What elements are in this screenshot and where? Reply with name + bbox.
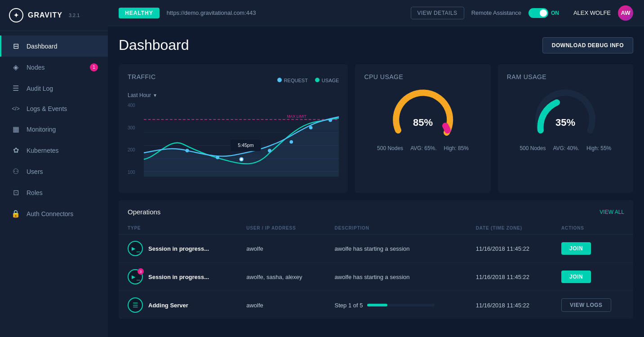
avatar[interactable]: AW xyxy=(618,5,633,21)
table-row: ☰ Adding Server awolfe Step 1 of 5 11/16… xyxy=(119,291,633,319)
sidebar-item-label: Dashboard xyxy=(27,43,58,50)
operations-card: Operations VIEW ALL TYPE USER / IP ADDRE… xyxy=(119,200,633,319)
topbar-url: https://demo.gravitational.com:443 xyxy=(167,9,404,16)
ram-gauge: 35% 500 Nodes AVG: 40%. High: 55% xyxy=(507,88,624,151)
roles-icon: ⊡ xyxy=(11,188,20,197)
status-badge: HEALTHY xyxy=(119,8,160,18)
col-type: TYPE xyxy=(119,222,237,235)
ram-stats: 500 Nodes AVG: 40%. High: 55% xyxy=(520,145,611,151)
sidebar-item-monitoring[interactable]: ▦ Monitoring xyxy=(0,119,108,140)
cpu-avg: AVG: 65%. xyxy=(410,145,436,151)
user-name: ALEX WOLFE xyxy=(573,9,611,16)
col-description: DESCRIPTION xyxy=(326,222,467,235)
ram-avg: AVG: 40%. xyxy=(553,145,579,151)
ram-gauge-svg: 35% xyxy=(532,88,599,142)
chart-y-labels: 400 300 200 100 xyxy=(128,103,135,175)
svg-point-11 xyxy=(329,119,332,122)
col-date: DATE (TIME ZONE) xyxy=(467,222,552,235)
svg-point-5 xyxy=(186,149,189,152)
y-label-400: 400 xyxy=(128,103,135,108)
badge: 3 xyxy=(138,268,144,275)
download-debug-button[interactable]: DOWNLOAD DEBUG INFO xyxy=(542,37,633,53)
auth-connectors-icon: 🔒 xyxy=(11,209,20,218)
join-button[interactable]: JOIN xyxy=(561,270,591,283)
date-cell: 11/16/2018 11:45:22 xyxy=(467,291,552,319)
sidebar-item-audit-log[interactable]: ☰ Audit Log xyxy=(0,78,108,99)
sidebar-item-roles[interactable]: ⊡ Roles xyxy=(0,182,108,203)
traffic-filter-dropdown[interactable]: Last Hour ▾ xyxy=(128,92,339,98)
col-actions: ACTIONS xyxy=(552,222,633,235)
toggle-switch[interactable] xyxy=(529,8,548,18)
sidebar-item-nodes[interactable]: ◈ Nodes 1 xyxy=(0,57,108,78)
cpu-nodes: 500 Nodes xyxy=(377,145,403,151)
chevron-down-icon: ▾ xyxy=(154,92,156,98)
topbar: HEALTHY https://demo.gravitational.com:4… xyxy=(108,0,644,26)
server-symbol: ☰ xyxy=(133,302,138,309)
kubernetes-icon: ✿ xyxy=(11,146,20,155)
date-cell: 11/16/2018 11:45:22 xyxy=(467,263,552,291)
svg-point-8 xyxy=(268,149,271,152)
server-icon: ☰ xyxy=(128,297,143,313)
ram-high: High: 55% xyxy=(586,145,611,151)
action-cell: VIEW LOGS xyxy=(552,291,633,319)
page-area: Dashboard DOWNLOAD DEBUG INFO Traffic RE… xyxy=(108,26,644,337)
audit-log-icon: ☰ xyxy=(11,84,20,93)
sidebar-item-label: Roles xyxy=(27,189,43,196)
action-cell: JOIN xyxy=(552,235,633,263)
progress-bar-fill xyxy=(367,304,387,306)
logs-button[interactable]: VIEW LOGS xyxy=(561,298,611,312)
sidebar-item-dashboard[interactable]: ⊟ Dashboard xyxy=(0,35,108,57)
dashboard-icon: ⊟ xyxy=(11,42,20,50)
y-label-300: 300 xyxy=(128,125,135,130)
svg-point-10 xyxy=(309,126,313,129)
view-all-link[interactable]: VIEW ALL xyxy=(600,209,624,215)
traffic-header: Traffic REQUEST USAGE xyxy=(128,73,339,88)
description-cell: awolfe has starting a session xyxy=(326,263,467,291)
logo: ✦ GRAVITY 3.2.1 xyxy=(0,0,108,31)
nodes-icon: ◈ xyxy=(11,63,20,71)
type-cell: ►_ Session in progress... xyxy=(119,235,237,263)
operations-table: TYPE USER / IP ADDRESS DESCRIPTION DATE … xyxy=(119,222,633,319)
table-header-row: TYPE USER / IP ADDRESS DESCRIPTION DATE … xyxy=(119,222,633,235)
description-cell: Step 1 of 5 xyxy=(326,291,467,319)
join-button[interactable]: JOIN xyxy=(561,242,591,255)
cpu-gauge-svg: 85% xyxy=(389,88,457,142)
table-row: ►_ Session in progress... awolfeawolfe h… xyxy=(119,235,633,263)
user-cell: awolfe, sasha, alexey xyxy=(237,263,325,291)
operations-header: Operations VIEW ALL xyxy=(119,200,633,222)
cpu-title: CPU Usage xyxy=(364,73,481,80)
cpu-high: High: 85% xyxy=(444,145,469,151)
remote-assistance-label: Remote Assistance xyxy=(471,9,521,16)
type-cell: ►_ 3 Session in progress... xyxy=(119,263,237,291)
main-content: HEALTHY https://demo.gravitational.com:4… xyxy=(108,0,644,337)
sidebar-item-logs-events[interactable]: </> Logs & Events xyxy=(0,99,108,119)
sidebar-item-auth-connectors[interactable]: 🔒 Auth Connectors xyxy=(0,203,108,224)
view-details-button[interactable]: VIEW DETAILS xyxy=(411,7,464,19)
remote-assistance-toggle[interactable]: ON xyxy=(529,8,559,18)
traffic-title: Traffic xyxy=(128,73,156,80)
sidebar-item-users[interactable]: ⚇ Users xyxy=(0,161,108,182)
svg-text:5:45pm: 5:45pm xyxy=(238,142,254,148)
chart-svg: MAX LIMIT xyxy=(144,103,339,177)
sidebar-nav: ⊟ Dashboard ◈ Nodes 1 ☰ Audit Log </> Lo… xyxy=(0,31,108,337)
terminal-icon: ►_ xyxy=(128,241,143,256)
legend-request: REQUEST xyxy=(277,78,308,83)
cpu-gauge: 85% 500 Nodes AVG: 65%. High: 85% xyxy=(364,88,481,151)
sidebar-item-label: Auth Connectors xyxy=(27,210,73,217)
sidebar-item-label: Logs & Events xyxy=(27,105,67,112)
nodes-badge: 1 xyxy=(90,63,98,71)
user-cell: awolfe xyxy=(237,291,325,319)
type-cell: ☰ Adding Server xyxy=(119,291,237,319)
sidebar-item-label: Monitoring xyxy=(27,126,56,133)
logs-events-icon: </> xyxy=(11,106,20,112)
operations-title: Operations xyxy=(128,208,160,216)
sidebar-item-kubernetes[interactable]: ✿ Kubernetes xyxy=(0,140,108,161)
type-name: Adding Server xyxy=(148,302,188,309)
sidebar-item-label: Users xyxy=(27,168,43,175)
y-label-200: 200 xyxy=(128,147,135,152)
monitoring-icon: ▦ xyxy=(11,125,20,133)
sidebar-item-label: Audit Log xyxy=(27,85,53,92)
y-label-100: 100 xyxy=(128,170,135,175)
type-name: Session in progress... xyxy=(148,245,209,252)
users-icon: ⚇ xyxy=(11,167,20,176)
